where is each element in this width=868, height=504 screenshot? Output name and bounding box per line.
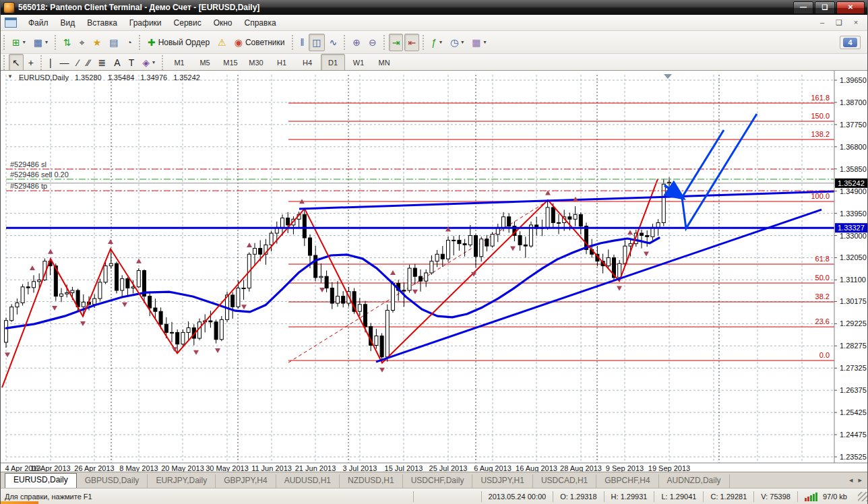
chart-tab-usdjpy-h1[interactable]: USDJPY,H1 bbox=[472, 474, 532, 488]
profiles-dropdown-icon[interactable]: ▾ bbox=[45, 39, 48, 45]
tab-scroll-left-icon[interactable]: ◂ bbox=[849, 476, 853, 484]
crosshair-button[interactable]: + bbox=[25, 54, 37, 71]
mdi-minimize-button[interactable]: – bbox=[815, 17, 830, 29]
data-window-button[interactable]: ⌖ bbox=[76, 34, 88, 51]
chart-symbol-label: ▼ EURUSD,Daily 1.35280 1.35484 1.34976 1… bbox=[7, 73, 200, 82]
auto-scroll-button[interactable]: ⇥ bbox=[389, 34, 404, 51]
chart-tab-usdchf-daily[interactable]: USDCHF,Daily bbox=[403, 474, 473, 488]
fibonacci-button[interactable]: ≣ bbox=[95, 54, 110, 71]
chart-window[interactable]: 161.8150.0138.2100.061.850.038.223.60.0#… bbox=[1, 70, 868, 472]
new-chart-button[interactable]: ⊞▾ bbox=[9, 34, 29, 51]
minimize-button[interactable]: — bbox=[793, 1, 813, 14]
taskbar-peek bbox=[1, 501, 38, 504]
toolbar-grip bbox=[137, 35, 142, 50]
mailbox-button[interactable]: 4 bbox=[840, 36, 861, 49]
chart-tab-eurjpy-daily[interactable]: EURJPY,Daily bbox=[148, 474, 216, 488]
chart-tab-nzdusd-h1[interactable]: NZDUSD,H1 bbox=[340, 474, 403, 488]
menu-item-4[interactable]: Графики bbox=[123, 16, 168, 30]
equidistant-channel-button[interactable]: ∕∕ bbox=[84, 54, 94, 71]
timeframe-mn-button[interactable]: MN bbox=[372, 54, 396, 71]
menu-item-3[interactable]: Вставка bbox=[81, 16, 123, 30]
timeframe-m5-button[interactable]: M5 bbox=[193, 54, 217, 71]
candlestick-chart-button[interactable]: ◫ bbox=[309, 34, 324, 51]
mdi-restore-button[interactable]: ❑ bbox=[832, 17, 846, 29]
timeframe-w1-button[interactable]: W1 bbox=[346, 54, 371, 71]
menu-item-2[interactable]: Вид bbox=[55, 16, 82, 30]
text-label-icon: T bbox=[129, 58, 135, 67]
trend-line-button[interactable]: ∕ bbox=[74, 54, 82, 71]
timeframe-m30-button[interactable]: M30 bbox=[244, 54, 268, 71]
close-button[interactable]: ✕ bbox=[836, 1, 865, 14]
arrows-tool-button[interactable]: ◈▾ bbox=[139, 54, 158, 71]
maximize-button[interactable]: ❑ bbox=[815, 1, 835, 14]
chart-shift-button[interactable]: ⇤ bbox=[404, 34, 419, 51]
new-order-button[interactable]: ✚Новый Ордер bbox=[144, 34, 213, 51]
ohlc-low: 1.34976 bbox=[140, 73, 167, 82]
menu-item-1[interactable]: Файл bbox=[22, 16, 55, 30]
periods-button[interactable]: ◷▾ bbox=[447, 34, 467, 51]
profiles-button[interactable]: ▦▾ bbox=[30, 34, 51, 51]
indicators-button[interactable]: ƒ▾ bbox=[428, 34, 445, 51]
text-button[interactable]: A bbox=[111, 54, 123, 71]
zoom-in-button[interactable]: ⊕ bbox=[349, 34, 364, 51]
zoom-out-button[interactable]: ⊖ bbox=[365, 34, 380, 51]
status-datetime: 2013.05.24 00:00 bbox=[481, 491, 553, 502]
connection-bars-icon bbox=[805, 493, 817, 501]
text-icon: A bbox=[114, 58, 120, 67]
resize-grip[interactable] bbox=[858, 492, 867, 501]
price-chart[interactable]: 161.8150.0138.2100.061.850.038.223.60.0#… bbox=[1, 71, 868, 472]
templates-dropdown-icon[interactable]: ▾ bbox=[484, 39, 487, 45]
chart-tab-gbpjpy-h4[interactable]: GBPJPY,H4 bbox=[216, 474, 276, 488]
navigator-button[interactable]: ★ bbox=[90, 34, 105, 51]
strategy-tester-button[interactable]: ◔ bbox=[123, 34, 135, 51]
advisors-icon: ◉ bbox=[235, 38, 243, 47]
menu-item-6[interactable]: Окно bbox=[208, 16, 239, 30]
chart-tab-audusd-h1[interactable]: AUDUSD,H1 bbox=[276, 474, 340, 488]
new-chart-dropdown-icon[interactable]: ▾ bbox=[23, 39, 26, 45]
price-tick-label: 1.37750 bbox=[840, 121, 867, 129]
collapse-icon[interactable]: ▼ bbox=[7, 73, 13, 82]
indicators-dropdown-icon[interactable]: ▾ bbox=[439, 39, 442, 45]
standard-toolbar: ⊞▾▦▾⇅⌖★▤◔✚Новый Ордер⚠◉Советники‖◫∿⊕⊖⇥⇤ƒ… bbox=[1, 31, 867, 54]
text-label-button[interactable]: T bbox=[125, 54, 138, 71]
mdi-close-button[interactable]: × bbox=[848, 17, 863, 29]
chart-tab-usdcad-h1[interactable]: USDCAD,H1 bbox=[533, 474, 596, 488]
indicators-icon: ƒ bbox=[431, 38, 437, 47]
chart-tab-eurusd-daily[interactable]: EURUSD,Daily bbox=[5, 473, 77, 488]
vertical-line-button[interactable]: | bbox=[46, 54, 55, 71]
price-tick-label: 1.33000 bbox=[840, 232, 867, 240]
ohlc-close: 1.35242 bbox=[173, 73, 200, 82]
timeframe-m15-button[interactable]: M15 bbox=[218, 54, 243, 71]
order-line-label[interactable]: #529486 sl bbox=[10, 160, 46, 168]
status-open: O: 1.29318 bbox=[553, 491, 603, 502]
periods-dropdown-icon[interactable]: ▾ bbox=[461, 39, 464, 45]
price-tick-label: 1.35850 bbox=[840, 165, 867, 173]
timeframe-h4-button[interactable]: H4 bbox=[295, 54, 319, 71]
horizontal-line-button[interactable]: — bbox=[57, 54, 73, 71]
strategy-tester-icon: ◔ bbox=[126, 38, 131, 47]
current-price-badge: 1.35242 bbox=[838, 179, 865, 187]
templates-button[interactable]: ▦▾ bbox=[468, 34, 489, 51]
market-watch-button[interactable]: ⇅ bbox=[60, 34, 75, 51]
line-chart-button[interactable]: ∿ bbox=[326, 34, 341, 51]
status-help-text: Для справки, нажмите F1 bbox=[1, 493, 413, 501]
timeframe-m1-button[interactable]: M1 bbox=[167, 54, 191, 71]
timeframe-h1-button[interactable]: H1 bbox=[270, 54, 294, 71]
terminal-button[interactable]: ▤ bbox=[106, 34, 121, 51]
tab-scroll-right-icon[interactable]: ▸ bbox=[858, 476, 862, 484]
toolbar-grip bbox=[382, 35, 387, 50]
timeframe-d1-button[interactable]: D1 bbox=[321, 54, 345, 71]
chart-tab-audnzd-daily[interactable]: AUDNZD,Daily bbox=[659, 474, 730, 488]
arrows-tool-dropdown-icon[interactable]: ▾ bbox=[152, 59, 155, 65]
order-line-label[interactable]: #529486 tp bbox=[10, 182, 47, 190]
chart-tab-gbpchf-h4[interactable]: GBPCHF,H4 bbox=[596, 474, 658, 488]
expert-warning-button[interactable]: ⚠ bbox=[214, 34, 230, 51]
chart-tab-gbpusd-daily[interactable]: GBPUSD,Daily bbox=[77, 474, 148, 488]
bar-chart-button[interactable]: ‖ bbox=[297, 34, 308, 51]
order-line-label[interactable]: #529486 sell 0.20 bbox=[10, 170, 69, 179]
profiles-icon: ▦ bbox=[34, 38, 42, 47]
advisors-button[interactable]: ◉Советники bbox=[231, 34, 288, 51]
menu-item-7[interactable]: Справка bbox=[239, 16, 282, 30]
menu-item-5[interactable]: Сервис bbox=[168, 16, 208, 30]
cursor-button[interactable]: ↖ bbox=[9, 54, 24, 71]
